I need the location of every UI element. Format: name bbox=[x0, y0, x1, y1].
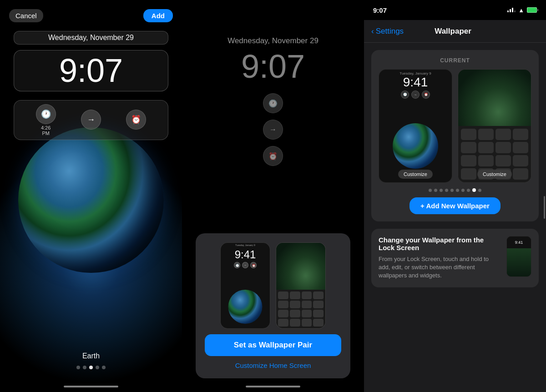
wallpaper-content: CURRENT Tuesday, January 9 9:41 🕐 → ⏰ Cu… bbox=[364, 43, 546, 392]
add-new-wallpaper-button[interactable]: + Add New Wallpaper bbox=[410, 197, 500, 214]
wp-w1: 🕐 bbox=[401, 90, 409, 99]
home-icon-3 bbox=[302, 291, 312, 299]
rdot-6 bbox=[456, 189, 459, 192]
customize-home-screen-button[interactable]: Customize Home Screen bbox=[235, 362, 311, 369]
rdot-1 bbox=[429, 189, 432, 192]
lock-screen-time: 9:07 bbox=[14, 50, 168, 91]
mini-lock-time: 9:41 bbox=[221, 248, 270, 261]
mid-widget-2: → bbox=[263, 120, 283, 140]
scrollbar[interactable] bbox=[544, 196, 545, 219]
rdot-9-active bbox=[472, 188, 476, 192]
home-icon-9 bbox=[278, 310, 288, 317]
home-icon-14 bbox=[290, 319, 300, 327]
home-icon-12 bbox=[313, 310, 324, 317]
home-icon-1 bbox=[278, 291, 288, 299]
status-icons: ▲ bbox=[507, 7, 537, 14]
mini-home-grid bbox=[276, 290, 325, 328]
preview-card: Tuesday, January 9 9:41 🕐 → ⏰ bbox=[196, 233, 350, 378]
home-icon-5 bbox=[278, 301, 288, 308]
info-text-block: Change your Wallpaper from the Lock Scre… bbox=[379, 236, 499, 280]
wp-icon-8 bbox=[513, 142, 528, 153]
phone-preview-row: Tuesday, January 9 9:41 🕐 → ⏰ bbox=[220, 242, 326, 329]
wp-icon-2 bbox=[478, 129, 494, 140]
signal-bar-1 bbox=[507, 10, 509, 12]
rdot-5 bbox=[450, 189, 454, 192]
settings-wallpaper-panel: 9:07 ▲ ‹ Settings Wallpaper CURRENT bbox=[364, 0, 546, 392]
rdot-8 bbox=[467, 189, 470, 192]
mini-lock-screen: Tuesday, January 9 9:41 🕐 → ⏰ bbox=[220, 242, 270, 329]
battery-icon bbox=[527, 7, 537, 13]
signal-bar-3 bbox=[512, 8, 513, 12]
lock-screen-panel: Cancel Add Wednesday, November 29 9:07 🕐… bbox=[0, 0, 182, 392]
add-button[interactable]: Add bbox=[143, 9, 173, 22]
rdot-10 bbox=[478, 189, 481, 192]
wp-icon-6 bbox=[478, 142, 494, 153]
wallpaper-pair: Tuesday, January 9 9:41 🕐 → ⏰ Customize bbox=[379, 69, 531, 183]
wp-icon-16 bbox=[513, 168, 528, 180]
home-icon-6 bbox=[290, 301, 300, 308]
wp-icon-1 bbox=[461, 129, 476, 140]
wp-w2: → bbox=[411, 90, 420, 99]
status-time: 9:07 bbox=[373, 6, 387, 14]
wp-lock-widgets: 🕐 → ⏰ bbox=[401, 90, 430, 99]
signal-bars bbox=[507, 8, 516, 12]
thumb-time: 9:41 bbox=[507, 236, 531, 248]
dot-3-active bbox=[89, 366, 93, 369]
mini-earth bbox=[228, 290, 263, 324]
home-indicator-left bbox=[64, 386, 118, 387]
back-to-settings-button[interactable]: ‹ Settings bbox=[371, 27, 404, 36]
home-icon-2 bbox=[290, 291, 300, 299]
wp-icon-13 bbox=[461, 168, 476, 180]
wp-icon-12 bbox=[513, 155, 528, 166]
mini-lock-widgets: 🕐 → ⏰ bbox=[234, 262, 257, 268]
lock-screen-date: Wednesday, November 29 bbox=[14, 31, 168, 45]
wallpaper-home-screen: Customize bbox=[458, 69, 531, 183]
rdot-7 bbox=[461, 189, 465, 192]
wallpaper-lock-screen: Tuesday, January 9 9:41 🕐 → ⏰ Customize bbox=[379, 69, 452, 183]
widgets-bar: 🕐 4:26 PM → ⏰ bbox=[14, 100, 168, 140]
home-icon-15 bbox=[302, 319, 312, 327]
dot-1 bbox=[76, 366, 80, 369]
wp-icon-10 bbox=[478, 155, 494, 166]
wp-icon-11 bbox=[495, 155, 511, 166]
middle-panel: Wednesday, November 29 9:07 🕐 → ⏰ Tuesda… bbox=[182, 0, 364, 392]
wp-icon-3 bbox=[495, 129, 511, 140]
mini-lock-date: Tuesday, January 9 bbox=[221, 244, 270, 246]
info-description: From your Lock Screen, touch and hold to… bbox=[379, 255, 499, 280]
wp-w3: ⏰ bbox=[422, 90, 430, 99]
widget-clock: 🕐 4:26 PM bbox=[36, 104, 56, 136]
signal-bar-4 bbox=[514, 10, 516, 12]
chevron-left-icon: ‹ bbox=[371, 27, 374, 36]
middle-date: Wednesday, November 29 bbox=[228, 36, 318, 45]
mini-home-top bbox=[276, 243, 325, 290]
mini-home-screen bbox=[276, 242, 326, 329]
page-dots-left bbox=[76, 366, 106, 369]
info-phone-thumbnail: 9:41 bbox=[506, 236, 531, 277]
earth-label: Earth bbox=[82, 352, 100, 360]
signal-bar-2 bbox=[510, 9, 511, 12]
mid-widget-1: 🕐 bbox=[263, 93, 283, 113]
home-icon-7 bbox=[302, 301, 312, 308]
widget-clock-icon: 🕐 bbox=[36, 104, 56, 124]
widget-arrow-icon: → bbox=[81, 110, 101, 130]
wp-icon-7 bbox=[495, 142, 511, 153]
wifi-icon: ▲ bbox=[518, 7, 524, 14]
cancel-button[interactable]: Cancel bbox=[9, 9, 43, 22]
home-indicator-middle bbox=[246, 386, 300, 387]
customize-lock-button[interactable]: Customize bbox=[398, 170, 433, 179]
rdot-2 bbox=[434, 189, 437, 192]
home-icon-10 bbox=[290, 310, 300, 317]
dot-5 bbox=[102, 366, 106, 369]
set-wallpaper-pair-button[interactable]: Set as Wallpaper Pair bbox=[205, 334, 341, 356]
rdot-4 bbox=[445, 189, 448, 192]
status-bar: 9:07 ▲ bbox=[364, 0, 546, 20]
back-label: Settings bbox=[376, 27, 404, 36]
mini-w2: → bbox=[242, 262, 248, 268]
home-icon-11 bbox=[302, 310, 312, 317]
mini-w1: 🕐 bbox=[234, 262, 240, 268]
home-icon-13 bbox=[278, 319, 288, 327]
customize-home-button[interactable]: Customize bbox=[477, 170, 512, 179]
home-icon-16 bbox=[313, 319, 324, 327]
wallpaper-page-dots bbox=[429, 188, 481, 192]
wp-icon-5 bbox=[461, 142, 476, 153]
